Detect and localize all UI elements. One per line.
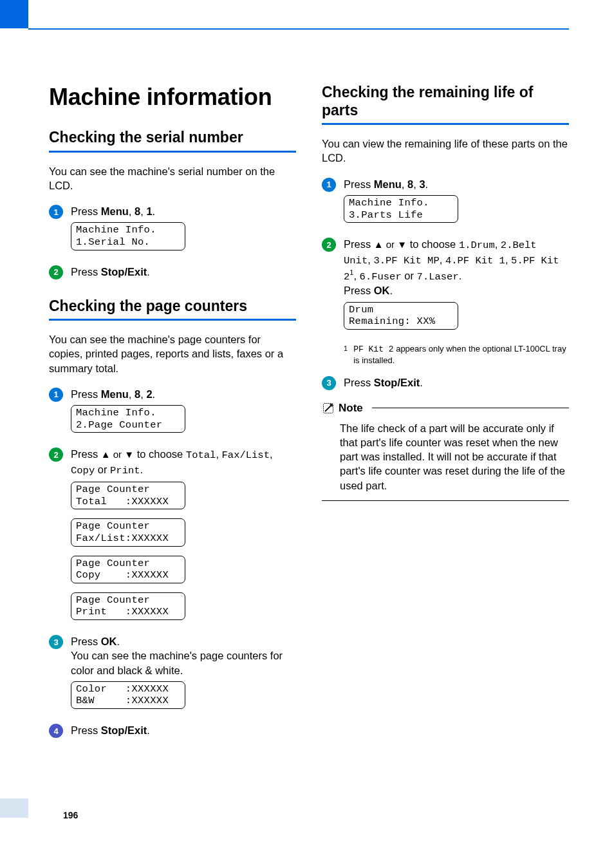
text: Press bbox=[71, 266, 101, 278]
note-header-rule bbox=[372, 408, 569, 408]
parts-step-1: 1 Press Menu, 8, 3. Machine Info. 3.Part… bbox=[322, 177, 569, 232]
text: or bbox=[95, 464, 110, 475]
parts-step-1-text: Press Menu, 8, 3. Machine Info. 3.Parts … bbox=[344, 177, 569, 232]
text: , bbox=[270, 448, 273, 460]
counters-step-2: 2 Press ▲ or ▼ to choose Total, Fax/List… bbox=[49, 447, 296, 629]
key-8: 8 bbox=[135, 388, 140, 400]
lcd-page-counter-menu: Machine Info. 2.Page Counter bbox=[71, 405, 185, 433]
text: . bbox=[140, 464, 144, 475]
text: Press bbox=[71, 388, 101, 400]
text: , bbox=[129, 205, 135, 217]
arrow-keys: ▲ or ▼ bbox=[374, 239, 407, 250]
section-counters-intro: You can see the machine's page counters … bbox=[49, 332, 296, 375]
step-bullet-3: 3 bbox=[322, 376, 336, 390]
text: . bbox=[147, 724, 150, 736]
text: , bbox=[129, 388, 135, 400]
text: . bbox=[117, 636, 120, 647]
lcd-faxlist: Page Counter Fax/List:XXXXXX bbox=[71, 518, 185, 546]
serial-step-2-text: Press Stop/Exit. bbox=[71, 265, 296, 279]
text: , bbox=[140, 205, 146, 217]
step-bullet-1: 1 bbox=[322, 178, 336, 192]
note-icon bbox=[322, 402, 335, 415]
key-2: 2 bbox=[146, 388, 152, 400]
footnote-1: 1 PF Kit 2 appears only when the optiona… bbox=[344, 344, 569, 366]
note-header: Note bbox=[322, 402, 569, 415]
note-body: The life check of a part will be accurat… bbox=[322, 415, 569, 500]
menu-key: Menu bbox=[101, 205, 129, 217]
counters-step-1: 1 Press Menu, 8, 2. Machine Info. 2.Page… bbox=[49, 387, 296, 442]
menu-key: Menu bbox=[101, 388, 129, 400]
text: Press bbox=[344, 178, 374, 190]
ok-key: OK bbox=[374, 285, 390, 296]
opt-faxlist: Fax/List bbox=[222, 449, 270, 461]
text: . bbox=[390, 285, 393, 296]
text: , bbox=[440, 254, 445, 265]
serial-step-2: 2 Press Stop/Exit. bbox=[49, 265, 296, 279]
opt-drum: 1.Drum bbox=[459, 240, 495, 251]
opt-fuser: 6.Fuser bbox=[360, 271, 402, 283]
text: Press bbox=[71, 636, 101, 647]
arrow-keys: ▲ or ▼ bbox=[101, 449, 134, 460]
counters-step-2-text: Press ▲ or ▼ to choose Total, Fax/List, … bbox=[71, 447, 296, 629]
text: . bbox=[153, 388, 156, 400]
lcd-parts-menu: Machine Info. 3.Parts Life bbox=[344, 195, 458, 223]
header-rule bbox=[28, 28, 569, 30]
ok-key: OK bbox=[101, 636, 117, 647]
footnote-text: PF Kit 2 appears only when the optional … bbox=[353, 344, 569, 366]
stop-exit-key: Stop/Exit bbox=[101, 266, 147, 278]
text: Press bbox=[344, 377, 374, 388]
menu-key: Menu bbox=[374, 178, 402, 190]
text: Press bbox=[344, 285, 374, 296]
section-parts-intro: You can view the remaining life of these… bbox=[322, 137, 569, 165]
note-block: Note The life check of a part will be ac… bbox=[322, 402, 569, 501]
text: You can see the machine's page counters … bbox=[71, 650, 283, 675]
lcd-print: Page Counter Print :XXXXXX bbox=[71, 592, 185, 620]
opt-print: Print bbox=[110, 465, 140, 476]
step-bullet-2: 2 bbox=[322, 238, 336, 252]
step-bullet-1: 1 bbox=[49, 388, 63, 402]
footnote-mono: PF Kit 2 bbox=[353, 344, 393, 354]
serial-step-1: 1 Press Menu, 8, 1. Machine Info. 1.Seri… bbox=[49, 204, 296, 259]
footer-accent bbox=[0, 798, 28, 818]
text: to choose bbox=[407, 238, 459, 250]
stop-exit-key: Stop/Exit bbox=[374, 377, 420, 388]
text: , bbox=[495, 238, 501, 250]
lcd-serial: Machine Info. 1.Serial No. bbox=[71, 222, 185, 250]
counters-step-4: 4 Press Stop/Exit. bbox=[49, 723, 296, 738]
stop-exit-key: Stop/Exit bbox=[101, 724, 147, 736]
text: , bbox=[353, 270, 359, 281]
right-column: Checking the remaining life of parts You… bbox=[322, 84, 569, 743]
text: Press bbox=[344, 238, 374, 250]
text: , bbox=[216, 448, 221, 460]
page-number: 196 bbox=[63, 810, 78, 820]
page-title: Machine information bbox=[49, 84, 296, 111]
note-footer-rule bbox=[322, 500, 569, 501]
text: Press bbox=[71, 724, 101, 736]
key-8: 8 bbox=[135, 205, 140, 217]
text: . bbox=[153, 205, 156, 217]
text: . bbox=[425, 178, 429, 190]
text: . bbox=[459, 270, 462, 281]
parts-step-2-text: Press ▲ or ▼ to choose 1.Drum, 2.Belt Un… bbox=[344, 237, 569, 339]
lcd-copy: Page Counter Copy :XXXXXX bbox=[71, 556, 185, 583]
step-bullet-2: 2 bbox=[49, 265, 63, 279]
section-serial-intro: You can see the machine's serial number … bbox=[49, 164, 296, 193]
text: , bbox=[140, 388, 146, 400]
text: , bbox=[402, 178, 407, 190]
section-serial-title: Checking the serial number bbox=[49, 129, 296, 153]
step-bullet-1: 1 bbox=[49, 205, 63, 219]
text: to choose bbox=[134, 448, 186, 460]
section-parts-title: Checking the remaining life of parts bbox=[322, 84, 569, 125]
text: or bbox=[402, 270, 417, 281]
counters-step-3: 3 Press OK. You can see the machine's pa… bbox=[49, 634, 296, 718]
footnote-num: 1 bbox=[344, 344, 353, 366]
key-3: 3 bbox=[419, 178, 425, 190]
lcd-color-bw: Color :XXXXXX B&W :XXXXXX bbox=[71, 681, 185, 709]
content-columns: Machine information Checking the serial … bbox=[0, 0, 614, 743]
text: , bbox=[505, 254, 511, 265]
opt-total: Total bbox=[186, 449, 216, 461]
step-bullet-4: 4 bbox=[49, 724, 63, 738]
counters-step-3-text: Press OK. You can see the machine's page… bbox=[71, 634, 296, 718]
page: Machine information Checking the serial … bbox=[0, 0, 614, 868]
header-accent bbox=[0, 0, 28, 28]
